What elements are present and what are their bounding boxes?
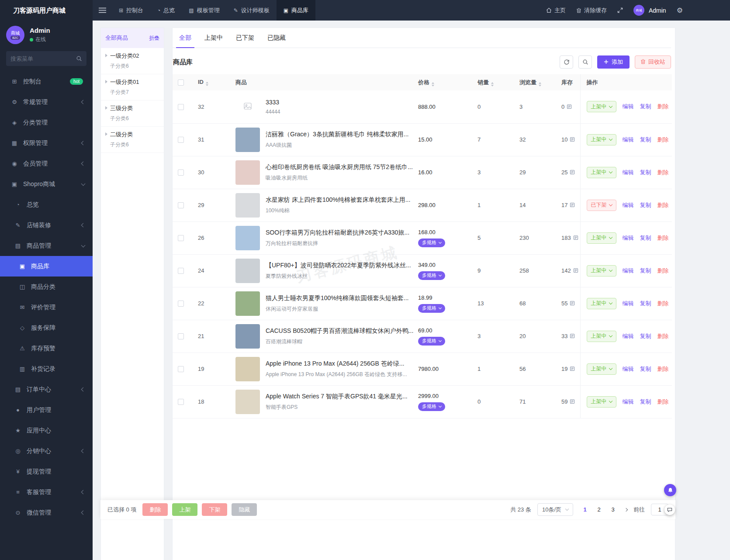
multi-spec-badge[interactable]: 多规格 — [418, 271, 445, 280]
sidebar-item[interactable]: ⚠ 库存预警 — [0, 338, 93, 359]
status-select[interactable]: 上架中 — [587, 331, 616, 342]
stock-log-icon[interactable] — [567, 104, 572, 109]
copy-link[interactable]: 复制 — [640, 103, 651, 111]
sidebar-item[interactable]: ▦ 权限管理 — [0, 133, 93, 153]
batch-button[interactable]: 删除 — [142, 503, 168, 516]
add-button[interactable]: 添加 — [597, 55, 630, 69]
category-item[interactable]: 三级分类 子分类6 — [101, 100, 164, 127]
sidebar-item[interactable]: ≡ 客服管理 — [0, 482, 93, 502]
all-products-filter[interactable]: 全部商品 — [105, 34, 128, 42]
copy-link[interactable]: 复制 — [640, 365, 651, 373]
category-item[interactable]: 一级分类01 子分类7 — [101, 74, 164, 100]
status-select[interactable]: 上架中 — [587, 265, 616, 277]
sidebar-item[interactable]: ▣ Shopro商城 — [0, 174, 93, 194]
sidebar-item[interactable]: ◫ 商品分类 — [0, 277, 93, 297]
delete-link[interactable]: 删除 — [657, 300, 669, 308]
sidebar-item[interactable]: ⊙ 微信管理 — [0, 502, 93, 523]
edit-link[interactable]: 编辑 — [623, 332, 634, 340]
sort-icon[interactable] — [206, 82, 208, 86]
sidebar-item[interactable]: ⚙ 常规管理 — [0, 92, 93, 112]
edit-link[interactable]: 编辑 — [623, 201, 634, 209]
column-header-views[interactable]: 浏览量 — [517, 74, 559, 90]
notification-bell-button[interactable] — [664, 484, 676, 496]
row-checkbox[interactable] — [178, 235, 184, 241]
copy-link[interactable]: 复制 — [640, 300, 651, 308]
collapse-button[interactable]: 折叠 — [149, 35, 159, 42]
page-size-select[interactable]: 10条/页 — [537, 503, 573, 516]
navbar-tab[interactable]: ▣ 商品库 — [277, 0, 315, 21]
stock-log-icon[interactable] — [570, 366, 575, 371]
navbar-tab[interactable]: ▧ 模板管理 — [182, 0, 226, 21]
row-checkbox[interactable] — [178, 301, 184, 307]
sidebar-item[interactable]: ▣ 商品库 — [0, 256, 93, 277]
sidebar-item[interactable]: ◉ 会员管理 — [0, 153, 93, 174]
home-link[interactable]: 主页 — [546, 7, 566, 14]
delete-link[interactable]: 删除 — [657, 398, 669, 406]
row-checkbox[interactable] — [178, 202, 184, 208]
sidebar-item[interactable]: ◔ 总览 — [0, 194, 93, 215]
sidebar-item[interactable]: ◇ 服务保障 — [0, 318, 93, 338]
navbar-tab[interactable]: ✎ 设计师模板 — [227, 0, 277, 21]
delete-link[interactable]: 删除 — [657, 201, 669, 209]
delete-link[interactable]: 删除 — [657, 103, 669, 111]
select-all-checkbox[interactable] — [178, 80, 184, 86]
status-tab[interactable]: 已下架 — [229, 28, 261, 48]
sidebar-item[interactable]: ● 用户管理 — [0, 400, 93, 420]
copy-link[interactable]: 复制 — [640, 267, 651, 275]
sort-icon[interactable] — [539, 82, 541, 86]
page-button[interactable]: 3 — [607, 504, 619, 515]
stock-log-icon[interactable] — [573, 235, 578, 240]
edit-link[interactable]: 编辑 — [623, 234, 634, 242]
stock-log-icon[interactable] — [573, 268, 578, 273]
batch-button[interactable]: 隐藏 — [232, 503, 257, 516]
sidebar-item[interactable]: ▤ 商品管理 — [0, 235, 93, 256]
column-header-price[interactable]: 价格 — [415, 74, 475, 90]
status-select[interactable]: 已下架 — [587, 200, 616, 211]
sidebar-item[interactable]: ✎ 店铺装修 — [0, 215, 93, 235]
navbar-tab[interactable]: ⊞ 控制台 — [112, 0, 150, 21]
sidebar-item[interactable]: ▥ 补货记录 — [0, 359, 93, 379]
stock-log-icon[interactable] — [570, 333, 575, 339]
multi-spec-badge[interactable]: 多规格 — [418, 402, 445, 411]
status-select[interactable]: 上架中 — [587, 363, 616, 375]
sort-icon[interactable] — [491, 82, 494, 86]
row-checkbox[interactable] — [178, 104, 184, 110]
navbar-username[interactable]: Admin — [649, 7, 666, 14]
status-tab[interactable]: 已隐藏 — [261, 28, 292, 48]
status-select[interactable]: 上架中 — [587, 232, 616, 244]
refresh-button[interactable] — [560, 55, 573, 69]
status-select[interactable]: 上架中 — [587, 101, 616, 112]
batch-button[interactable]: 下架 — [202, 503, 227, 516]
delete-link[interactable]: 删除 — [657, 267, 669, 275]
sidebar-item[interactable]: ✉ 评价管理 — [0, 297, 93, 318]
copy-link[interactable]: 复制 — [640, 234, 651, 242]
copy-link[interactable]: 复制 — [640, 136, 651, 144]
edit-link[interactable]: 编辑 — [623, 103, 634, 111]
row-checkbox[interactable] — [178, 399, 184, 405]
edit-link[interactable]: 编辑 — [623, 365, 634, 373]
copy-link[interactable]: 复制 — [640, 398, 651, 406]
page-button[interactable]: 1 — [579, 504, 591, 515]
status-select[interactable]: 上架中 — [587, 298, 616, 309]
category-item[interactable]: 二级分类 子分类6 — [101, 127, 164, 153]
settings-gear-icon[interactable]: ⚙ — [677, 6, 683, 14]
status-select[interactable]: 上架中 — [587, 134, 616, 145]
status-select[interactable]: 上架中 — [587, 167, 616, 178]
copy-link[interactable]: 复制 — [640, 332, 651, 340]
multi-spec-badge[interactable]: 多规格 — [418, 239, 445, 247]
status-tab[interactable]: 全部 — [173, 28, 198, 48]
row-checkbox[interactable] — [178, 268, 184, 274]
status-tab[interactable]: 上架中 — [198, 28, 229, 48]
column-header-sales[interactable]: 销量 — [475, 74, 517, 90]
page-button[interactable]: 2 — [593, 504, 605, 515]
sort-icon[interactable] — [432, 82, 434, 86]
delete-link[interactable]: 删除 — [657, 365, 669, 373]
menu-toggle-icon[interactable] — [93, 0, 112, 21]
multi-spec-badge[interactable]: 多规格 — [418, 304, 445, 313]
status-select[interactable]: 上架中 — [587, 396, 616, 408]
sidebar-item[interactable]: ◈ 分类管理 — [0, 112, 93, 133]
edit-link[interactable]: 编辑 — [623, 169, 634, 176]
user-profile[interactable]: 商城 B2C Admin 在线 — [0, 21, 93, 48]
delete-link[interactable]: 删除 — [657, 332, 669, 340]
navbar-tab[interactable]: ◔ 总览 — [150, 0, 182, 21]
